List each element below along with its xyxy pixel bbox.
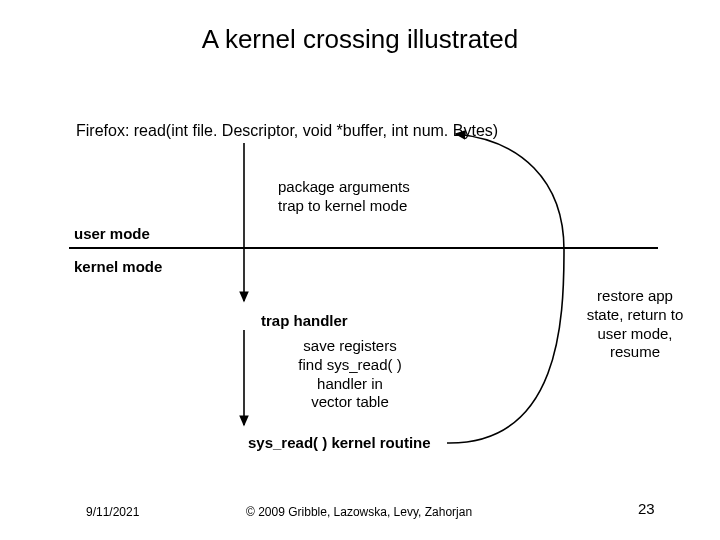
save-regs-line3: handler in [317, 375, 383, 392]
footer-page-number: 23 [638, 500, 655, 517]
sys-read-routine-label: sys_read( ) kernel routine [248, 434, 431, 451]
trap-handler-label: trap handler [261, 312, 348, 329]
restore-line4: resume [610, 343, 660, 360]
save-registers-text: save registers find sys_read( ) handler … [270, 337, 430, 412]
restore-line3: user mode, [597, 325, 672, 342]
footer-date: 9/11/2021 [86, 505, 139, 519]
restore-line2: state, return to [587, 306, 684, 323]
package-arguments-text: package arguments trap to kernel mode [278, 178, 410, 216]
restore-app-text: restore app state, return to user mode, … [570, 287, 700, 362]
pkg-args-line1: package arguments [278, 178, 410, 195]
kernel-mode-label: kernel mode [74, 258, 162, 275]
save-regs-line2: find sys_read( ) [298, 356, 401, 373]
pkg-args-line2: trap to kernel mode [278, 197, 407, 214]
arrow-return-to-user [447, 134, 564, 443]
footer-copyright: © 2009 Gribble, Lazowska, Levy, Zahorjan [246, 505, 472, 519]
restore-line1: restore app [597, 287, 673, 304]
mode-divider [69, 247, 658, 249]
user-mode-label: user mode [74, 225, 150, 242]
firefox-call-text: Firefox: read(int file. Descriptor, void… [76, 122, 498, 140]
slide-title: A kernel crossing illustrated [0, 24, 720, 55]
save-regs-line1: save registers [303, 337, 396, 354]
save-regs-line4: vector table [311, 393, 389, 410]
